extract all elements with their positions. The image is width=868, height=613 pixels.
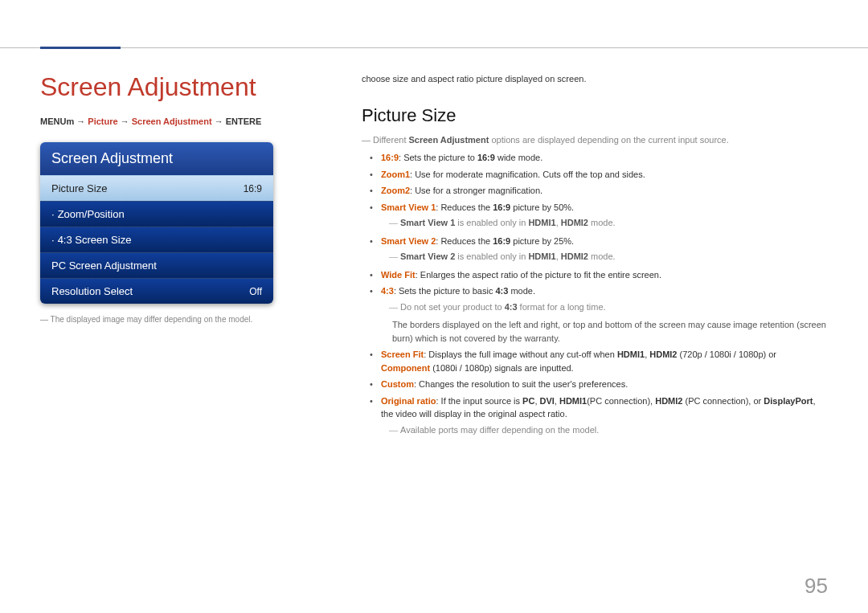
menu-item-pc-screen-adjustment[interactable]: PC Screen Adjustment [40, 252, 273, 278]
menu-header: Screen Adjustment [40, 142, 273, 175]
dot-icon: · [51, 234, 55, 246]
menu-item-label: Picture Size [51, 182, 107, 194]
breadcrumb-menu: MENUm [40, 116, 74, 126]
menu-screenshot: Screen Adjustment Picture Size 16:9 ·Zoo… [40, 142, 273, 304]
menu-item-43-screen-size[interactable]: ·4:3 Screen Size [40, 227, 273, 252]
bullet-custom: Custom: Changes the resolution to suit t… [370, 378, 828, 391]
menu-item-label: 4:3 Screen Size [58, 234, 132, 246]
bullet-original-ratio: Original ratio: If the input source is P… [370, 394, 828, 437]
menu-item-resolution-select[interactable]: Resolution Select Off [40, 278, 273, 304]
dot-icon: · [51, 208, 55, 220]
menu-item-value: Off [249, 286, 262, 297]
intro-text: choose size and aspect ratio picture dis… [362, 72, 828, 86]
breadcrumb-arrow: → [215, 116, 223, 126]
bullet-smart-view-1: Smart View 1: Reduces the 16:9 picture b… [370, 201, 828, 230]
menu-item-picture-size[interactable]: Picture Size 16:9 [40, 175, 273, 201]
breadcrumb-picture: Picture [88, 116, 117, 126]
bullet-smart-view-2: Smart View 2: Reduces the 16:9 picture b… [370, 235, 828, 264]
menu-item-zoom-position[interactable]: ·Zoom/Position [40, 201, 273, 227]
breadcrumb: MENUm → Picture → Screen Adjustment → EN… [40, 116, 321, 126]
breadcrumb-screen-adjustment: Screen Adjustment [132, 116, 212, 126]
note-smart-view-2: Smart View 2 is enabled only in HDMI1, H… [392, 250, 828, 264]
note-original-ratio: Available ports may differ depending on … [392, 423, 828, 437]
section-heading: Picture Size [362, 102, 828, 129]
caption-content: The displayed image may differ depending… [51, 315, 253, 324]
bullet-16-9: 16:9: Sets the picture to 16:9 wide mode… [370, 151, 828, 165]
page-number: 95 [805, 574, 828, 599]
note-smart-view-1: Smart View 1 is enabled only in HDMI1, H… [392, 216, 828, 230]
menu-item-label: PC Screen Adjustment [51, 260, 157, 272]
page-title: Screen Adjustment [40, 72, 321, 102]
accent-bar [40, 47, 121, 49]
bullet-zoom2: Zoom2: Use for a stronger magnification. [370, 184, 828, 198]
menu-item-value: 16:9 [244, 183, 262, 194]
bullet-zoom1: Zoom1: Use for moderate magnification. C… [370, 168, 828, 182]
top-bar [0, 0, 868, 48]
bullet-wide-fit: Wide Fit: Enlarges the aspect ratio of t… [370, 268, 828, 282]
breadcrumb-arrow: → [76, 116, 85, 126]
menu-item-label: Resolution Select [51, 285, 133, 297]
breadcrumb-arrow: → [121, 116, 129, 126]
section-subtext: ― Different Screen Adjustment options ar… [362, 133, 828, 147]
note-4-3-a: Do not set your product to 4:3 format fo… [392, 300, 828, 314]
note-4-3-b: The borders displayed on the left and ri… [381, 318, 828, 345]
bullet-screen-fit: Screen Fit: Displays the full image with… [370, 348, 828, 374]
menu-item-label: Zoom/Position [58, 208, 125, 220]
caption-text: ― The displayed image may differ dependi… [40, 315, 321, 324]
bullet-4-3: 4:3: Sets the picture to basic 4:3 mode.… [370, 284, 828, 345]
breadcrumb-enter: ENTERE [226, 116, 262, 126]
